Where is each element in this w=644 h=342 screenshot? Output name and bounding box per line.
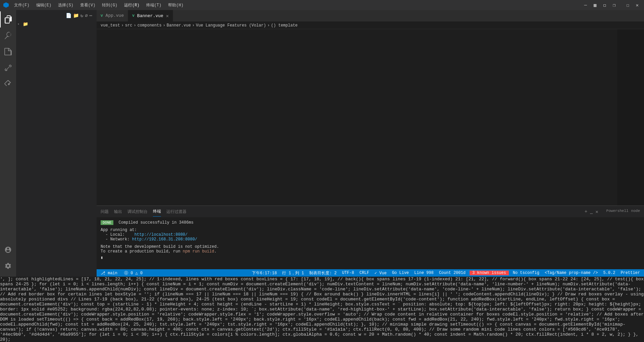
terminal-cursor: ▮ xyxy=(101,255,640,260)
collapse-all-icon[interactable]: ∅ xyxy=(85,13,88,18)
minimap xyxy=(617,29,644,206)
more-actions-icon[interactable]: ⋯ xyxy=(90,13,93,18)
status-git-branch[interactable]: ⎇ main xyxy=(99,271,119,276)
activity-git[interactable] xyxy=(0,44,16,60)
menu-view[interactable]: 查看(V) xyxy=(77,2,98,9)
tab-banner-vue-label: Banner.vue xyxy=(137,13,163,18)
done-badge: DONE xyxy=(101,220,113,225)
sidebar-header-icons: 📄 📁 ↻ ∅ ⋯ xyxy=(66,13,93,18)
panel-add-icon[interactable]: + xyxy=(585,209,587,215)
activity-search[interactable] xyxy=(0,27,16,44)
menu-help[interactable]: 帮助(H) xyxy=(165,2,186,9)
status-version: 5.0.2 xyxy=(602,271,616,275)
panel: 问题 输出 调试控制台 终端 运行过渡器 + ⎯ ✕ Powershell no… xyxy=(97,206,644,269)
status-line-info[interactable]: 行 1，列 1 xyxy=(281,270,305,276)
panel-tab-run[interactable]: 运行过渡器 xyxy=(166,207,186,217)
editor xyxy=(97,29,644,206)
terminal-app-running: App running at: xyxy=(101,228,640,232)
status-left: ⎇ main ⓪ 0 △ 0 xyxy=(99,270,144,276)
new-folder-icon[interactable]: 📁 xyxy=(73,13,79,18)
terminal-note: Note that the development build is not o… xyxy=(101,244,640,249)
status-right: 下午6:17:18 行 1，列 1 制表符长度: 2 UTF-8 CRLF ✓ … xyxy=(251,270,641,276)
sidebar: 📄 📁 ↻ ∅ ⋯ ▾ 📁 xyxy=(16,10,97,277)
breadcrumb-part-2[interactable]: src xyxy=(125,23,132,28)
new-file-icon[interactable]: 📄 xyxy=(66,13,72,18)
menu-file[interactable]: 文件(F) xyxy=(11,2,32,9)
status-language[interactable]: ✓ Vue xyxy=(373,271,388,276)
menu-select[interactable]: 选择(S) xyxy=(55,2,76,9)
breadcrumb: vue_test › src › components › Banner.vue… xyxy=(97,22,644,29)
breadcrumb-part-1[interactable]: vue_test xyxy=(101,23,120,28)
sidebar-header: 📄 📁 ↻ ∅ ⋯ xyxy=(16,10,97,21)
panel-tabs: 问题 输出 调试控制台 终端 运行过渡器 + ⎯ ✕ Powershell no… xyxy=(97,206,644,218)
refresh-icon[interactable]: ↻ xyxy=(80,13,84,18)
menu-edit[interactable]: 编辑(E) xyxy=(34,2,54,9)
maximize-button[interactable]: ☐ xyxy=(624,2,631,8)
breadcrumb-part-5[interactable]: Vue Language Features (Volar) xyxy=(196,23,266,28)
layout-button3[interactable]: ❐ xyxy=(611,2,618,8)
titlebar-menu: 文件(F) 编辑(E) 选择(S) 查看(V) 转到(G) 运行(R) 终端(T… xyxy=(11,2,186,9)
tab-banner-vue-icon: V xyxy=(132,14,135,18)
terminal-npm-hint: To create a production build, run npm ru… xyxy=(101,249,640,254)
status-prettier[interactable]: Prettier xyxy=(619,271,641,275)
status-tag: <Tag/Name prop-name /> xyxy=(543,271,599,275)
layout-button2[interactable]: ◻ xyxy=(601,2,608,8)
activity-bar xyxy=(0,10,16,277)
status-line-ending[interactable]: CRLF xyxy=(358,271,371,275)
status-bar: ⎇ main ⓪ 0 △ 0 下午6:17:18 行 1，列 1 制表符长度: … xyxy=(97,269,644,277)
terminal-network-url: - Network: http://192.168.31.208:8080/ xyxy=(101,237,640,242)
terminal-local-url: - Local: http://localhost:8080/ xyxy=(101,232,640,237)
tab-vue-icon: V xyxy=(101,14,103,18)
close-button[interactable]: ✕ xyxy=(634,2,641,8)
status-count: Count 2001d xyxy=(438,271,467,275)
activity-extensions[interactable] xyxy=(0,76,16,92)
sidebar-content: ▾ 📁 xyxy=(16,21,97,277)
status-line998: Line 998 xyxy=(413,271,435,275)
panel-close-icon[interactable]: ✕ xyxy=(595,209,598,215)
main-layout: 📄 📁 ↻ ∅ ⋯ ▾ 📁 V App.vue xyxy=(0,10,644,277)
menu-run[interactable]: 运行(R) xyxy=(121,2,142,9)
tab-app-vue[interactable]: V App.vue xyxy=(97,10,128,21)
vscode-icon xyxy=(3,2,9,8)
status-go-live[interactable]: Go Live xyxy=(391,271,410,275)
status-known-issues[interactable]: 3 known issues xyxy=(470,271,509,275)
panel-tab-problems[interactable]: 问题 xyxy=(101,207,109,217)
activity-debug[interactable] xyxy=(0,60,16,76)
activity-explorer[interactable] xyxy=(0,11,16,27)
layout-button[interactable]: ▩ xyxy=(592,2,598,8)
panel-right-icons: + ⎯ ✕ Powershell node xyxy=(585,209,640,215)
panel-tab-output[interactable]: 输出 xyxy=(114,207,122,217)
status-spaces[interactable]: 制表符长度: 2 xyxy=(308,270,338,276)
workspace-folder-icon: 📁 xyxy=(23,21,28,27)
panel-tab-terminal[interactable]: 终端 xyxy=(153,207,161,217)
terminal-done-line: DONE Compiled successfully in 3486ms xyxy=(101,220,640,225)
activity-account[interactable] xyxy=(0,242,16,258)
tab-banner-vue[interactable]: V Banner.vue ✕ xyxy=(128,10,173,21)
breadcrumb-part-6[interactable]: () template xyxy=(271,23,298,28)
tab-app-vue-label: App.vue xyxy=(106,13,124,18)
activity-settings[interactable] xyxy=(0,258,16,274)
panel-split-icon[interactable]: ⎯ xyxy=(590,209,593,215)
breadcrumb-part-4[interactable]: Banner.vue xyxy=(167,23,191,28)
code-content[interactable] xyxy=(113,29,617,206)
terminal-powershell-label[interactable]: Powershell xyxy=(606,209,629,215)
panel-content[interactable]: DONE Compiled successfully in 3486ms App… xyxy=(97,218,644,269)
status-time: 下午6:17:18 xyxy=(251,270,278,276)
minimize-button[interactable]: — xyxy=(582,2,589,8)
status-tsconfig[interactable]: No tsconfig xyxy=(512,271,541,275)
terminal-node-label[interactable]: node xyxy=(631,209,640,215)
line-numbers xyxy=(97,29,113,206)
titlebar: 文件(F) 编辑(E) 选择(S) 查看(V) 转到(G) 运行(R) 终端(T… xyxy=(0,0,644,10)
menu-terminal[interactable]: 终端(T) xyxy=(144,2,164,9)
tab-bar: V App.vue V Banner.vue ✕ xyxy=(97,10,644,22)
compile-message: Compiled successfully in 3486ms xyxy=(119,220,194,225)
window-controls: — ▩ ◻ ❐ ☐ ✕ xyxy=(582,2,641,8)
menu-goto[interactable]: 转到(G) xyxy=(99,2,120,9)
workspace-root[interactable]: ▾ 📁 xyxy=(16,21,97,27)
status-encoding[interactable]: UTF-8 xyxy=(341,271,356,275)
panel-tab-debug[interactable]: 调试控制台 xyxy=(127,207,148,217)
status-errors[interactable]: ⓪ 0 △ 0 xyxy=(123,270,144,276)
breadcrumb-part-3[interactable]: components xyxy=(138,23,162,28)
editor-area: V App.vue V Banner.vue ✕ vue_test › src … xyxy=(97,10,644,277)
tab-close-icon[interactable]: ✕ xyxy=(166,13,169,19)
